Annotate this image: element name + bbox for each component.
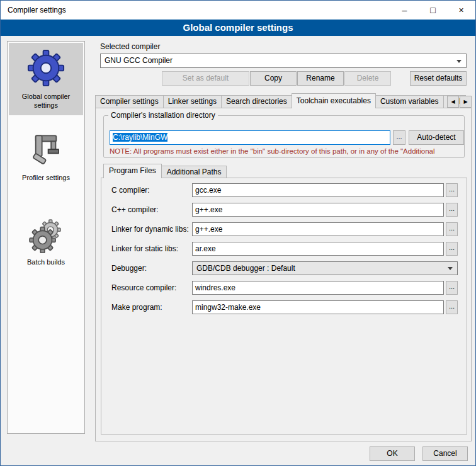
tab-custom-variables[interactable]: Custom variables [375,95,444,108]
c-compiler-input[interactable]: gcc.exe [192,183,444,197]
gear-icon [26,48,65,88]
ok-button[interactable]: OK [370,446,415,461]
debugger-label: Debugger: [111,264,147,273]
chevron-down-icon [448,267,453,270]
profiler-clamp-icon [28,132,64,169]
minimize-button[interactable]: – [390,1,419,20]
cancel-button[interactable]: Cancel [422,446,468,461]
tab-linker-settings[interactable]: Linker settings [163,95,222,108]
auto-detect-button[interactable]: Auto-detect [409,130,464,145]
program-files-panel: C compiler: gcc.exe ... C++ compiler: g+… [101,178,467,435]
tab-scroll-left-icon[interactable]: ◀ [447,96,459,108]
selected-compiler-value: GNU GCC Compiler [105,56,173,65]
chevron-down-icon [456,60,462,63]
make-program-input[interactable]: mingw32-make.exe [192,300,444,314]
maximize-button[interactable]: □ [419,1,447,20]
linker-static-value: ar.exe [195,244,216,253]
sidebar: Global compiler settings Profiler settin… [7,41,85,434]
close-button[interactable]: × [447,1,475,20]
tab-program-files[interactable]: Program Files [103,164,162,178]
gears-grey-icon [28,217,64,253]
browse-directory-button[interactable]: ... [393,130,405,145]
browse-linker-dynamic-button[interactable]: ... [446,222,458,236]
linker-dynamic-value: g++.exe [195,225,222,234]
copy-button[interactable]: Copy [250,71,297,86]
window-controls: – □ × [390,1,475,20]
cpp-compiler-label: C++ compiler: [111,205,159,214]
linker-dynamic-label: Linker for dynamic libs: [111,225,189,234]
tab-scroll-right-icon[interactable]: ▶ [460,96,472,108]
dialog-header-title: Global compiler settings [1,20,475,36]
browse-cpp-compiler-button[interactable]: ... [446,203,458,217]
sidebar-item-batch-builds[interactable]: Batch builds [9,211,83,271]
tab-scroll-buttons: ◀ ▶ [446,96,472,108]
installation-note-text: NOTE: All programs must exist either in … [110,147,466,155]
linker-dynamic-input[interactable]: g++.exe [192,222,444,236]
delete-button[interactable]: Delete [344,71,391,86]
tab-toolchain-executables[interactable]: Toolchain executables [292,93,376,108]
sidebar-item-global-compiler-settings[interactable]: Global compiler settings [9,43,83,115]
sidebar-item-label: Global compiler settings [10,92,82,110]
resource-compiler-label: Resource compiler: [111,283,176,292]
browse-make-program-button[interactable]: ... [446,300,458,314]
selected-compiler-label: Selected compiler [100,42,160,51]
linker-static-input[interactable]: ar.exe [192,242,444,256]
sidebar-item-label: Batch builds [10,258,82,266]
titlebar: Compiler settings – □ × [1,1,475,20]
main-tabstrip: Compiler settings Linker settings Search… [95,93,472,108]
tab-search-directories[interactable]: Search directories [221,95,292,108]
make-program-label: Make program: [111,303,162,312]
cpp-compiler-value: g++.exe [195,205,222,214]
selected-compiler-dropdown[interactable]: GNU GCC Compiler [100,54,467,68]
reset-defaults-button[interactable]: Reset defaults [410,71,467,86]
debugger-dropdown[interactable]: GDB/CDB debugger : Default [192,261,458,275]
compiler-settings-window: Compiler settings – □ × Global compiler … [0,0,476,466]
sub-tabstrip: Program Files Additional Paths [103,164,226,178]
installation-directory-input[interactable]: C:\raylib\MinGW [110,130,390,145]
resource-compiler-value: windres.exe [195,283,235,292]
c-compiler-label: C compiler: [111,186,150,195]
resource-compiler-input[interactable]: windres.exe [192,281,444,295]
window-title: Compiler settings [8,1,66,20]
set-as-default-button[interactable]: Set as default [162,71,249,86]
installation-directory-group-label: Compiler's installation directory [108,111,218,120]
browse-linker-static-button[interactable]: ... [446,242,458,256]
tab-compiler-settings[interactable]: Compiler settings [95,95,164,108]
sidebar-item-label: Profiler settings [10,173,82,182]
rename-button[interactable]: Rename [297,71,344,86]
sidebar-item-profiler-settings[interactable]: Profiler settings [9,127,83,187]
installation-directory-selected-text: C:\raylib\MinGW [113,133,167,142]
cpp-compiler-input[interactable]: g++.exe [192,203,444,217]
linker-static-label: Linker for static libs: [111,244,178,253]
tab-additional-paths[interactable]: Additional Paths [161,166,227,178]
make-program-value: mingw32-make.exe [195,303,261,312]
debugger-value: GDB/CDB debugger : Default [196,264,295,273]
browse-resource-compiler-button[interactable]: ... [446,281,458,295]
toolchain-executables-panel: Compiler's installation directory C:\ray… [95,108,472,441]
browse-c-compiler-button[interactable]: ... [446,183,458,197]
c-compiler-value: gcc.exe [195,186,221,195]
